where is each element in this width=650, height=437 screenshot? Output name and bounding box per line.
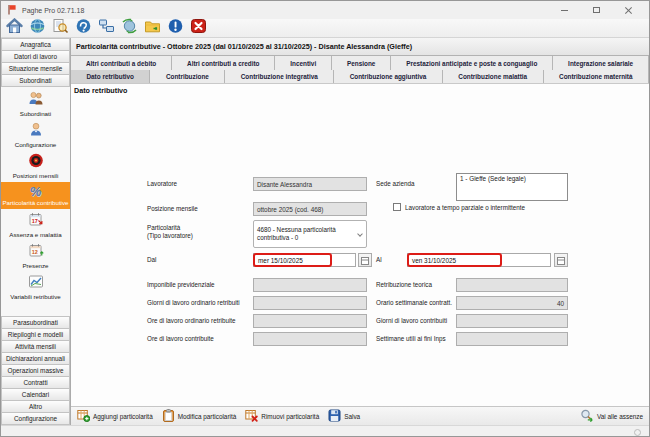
al-label: Al [376,256,382,263]
tab-pensione[interactable]: Pensione [332,56,391,70]
modifica-particolarita-button[interactable]: Modifica particolarità [162,409,237,423]
sidebar-section-subordinati[interactable]: Subordinati [1,74,70,87]
sidebar-item-posizioni-mensili[interactable]: Posizioni mensili [1,151,70,181]
sidebar: Anagrafica Datori di lavoro Situazione m… [1,38,71,425]
salva-button[interactable]: Salva [328,409,360,423]
imponibile-previdenziale-field [253,278,367,292]
retribuzione-teorica-field [456,278,568,292]
tab-contribuzione-maternita[interactable]: Contribuzione maternità [544,70,649,83]
rimuovi-particolarita-button[interactable]: Rimuovi particolarità [245,409,319,423]
dal-label: Dal [147,256,156,263]
globe-button[interactable] [28,20,47,37]
orario-settimanale-field: 40 [456,296,568,310]
folder-export-icon [144,18,161,38]
search-document-icon [52,18,69,38]
flag-icon [7,1,17,19]
sync-button[interactable] [120,20,139,37]
dal-calendar-button[interactable] [358,253,372,267]
help-globe-icon [75,18,92,38]
particolarita-select[interactable]: 4680 - Nessuna particolarità contributiv… [253,220,367,248]
info-icon [167,18,184,38]
person-icon [28,122,44,141]
calendar-absence-icon: 17 [28,212,44,231]
settimane-inps-label: Settimane utili ai fini Inps [376,335,446,342]
tab-altri-contributi-a-credito[interactable]: Altri contributi a credito [172,56,275,70]
aggiungi-particolarita-button[interactable]: Aggiungi particolarità [77,409,153,423]
orario-settimanale-label: Orario settimanale contratt. [376,299,452,306]
al-input[interactable]: ven 31/10/2025 [407,253,551,267]
folder-button[interactable] [143,20,162,37]
posizione-mensile-field: ottobre 2025 (cod. 468) [253,202,367,216]
home-button[interactable] [5,20,24,37]
giorni-lavoro-ordinario-field [253,296,367,310]
statusbar [1,425,649,437]
sidebar-item-variabili-retributive[interactable]: Variabili retributive [1,272,70,302]
sidebar-item-assenza-e-malattia[interactable]: 17 Assenza e malattia [1,210,70,240]
ore-lavoro-ordinario-field [253,314,367,328]
sede-azienda-label: Sede azienda [376,180,415,187]
action-bar: Aggiungi particolarità Modifica particol… [71,406,649,425]
retribuzione-teorica-label: Retribuzione teorica [376,281,432,288]
percent-icon: % [30,184,42,199]
giorni-lavoro-ordinario-label: Giorni di lavoro ordinario retribuiti [147,299,240,306]
info-button[interactable] [166,20,185,37]
help-button[interactable] [74,20,93,37]
tab-contribuzione[interactable]: Contribuzione [150,70,225,83]
sidebar-item-configurazione[interactable]: Configurazione [1,120,70,150]
calendar-picker-icon [361,251,369,269]
ore-lavoro-contribuite-field [253,332,367,346]
tab-contribuzione-aggiuntiva[interactable]: Contribuzione aggiuntiva [334,70,443,83]
people-icon [28,91,44,110]
calendar-presence-icon: 12 [28,243,44,262]
add-table-icon [77,409,90,423]
giorni-lavoro-contribuiti-field [456,314,568,328]
maximize-button[interactable] [589,4,603,16]
titlebar: Paghe Pro 02.71.18 [1,1,649,19]
tab-strip-row1: Altri contributi a debito Altri contribu… [71,56,649,70]
tab-altri-contributi-a-debito[interactable]: Altri contributi a debito [71,56,172,70]
vai-alle-assenze-button[interactable]: Vai alle assenze [580,409,643,423]
network-icon [98,18,115,38]
tab-prestazioni-anticipate[interactable]: Prestazioni anticipate e poste a conguag… [391,56,553,70]
particolarita-label-line2: (Tipo lavoratore) [147,232,193,239]
lavoratore-label: Lavoratore [147,180,177,187]
search-button[interactable] [51,20,70,37]
chart-icon [28,274,44,293]
minimize-button[interactable] [557,4,571,16]
sidebar-icon-panel: Subordinati Configurazione Posizioni men… [1,87,70,317]
al-calendar-button[interactable] [554,253,568,267]
status-circle-icon [634,429,641,436]
tab-strip-row2: Dato retributivo Contribuzione Contribuz… [71,70,649,84]
close-button[interactable] [621,4,635,16]
sede-azienda-box[interactable]: 1 - Gieffe (Sede legale) [456,173,568,201]
svg-text:17: 17 [31,217,37,223]
app-window: Paghe Pro 02.71.18 Anagrafica Datori di … [0,0,650,437]
sync-globe-icon [121,18,138,38]
chevron-down-icon [357,231,363,237]
tab-incentivi[interactable]: Incentivi [275,56,332,70]
sidebar-item-subordinati[interactable]: Subordinati [1,89,70,119]
remove-table-icon [245,409,258,423]
sidebar-item-presenze[interactable]: 12 Presenze [1,241,70,271]
lavoratore-field: Disante Alessandra [253,177,367,191]
tab-contribuzione-malattia[interactable]: Contribuzione malattia [443,70,544,83]
exit-button[interactable] [189,20,208,37]
sidebar-section-configurazione[interactable]: Configurazione [1,412,70,425]
tab-dato-retributivo[interactable]: Dato retributivo [71,70,150,83]
network-button[interactable] [97,20,116,37]
window-title: Paghe Pro 02.71.18 [22,7,84,14]
target-icon [28,153,44,172]
exit-icon [190,18,207,38]
giorni-lavoro-contribuiti-label: Giorni di lavoro contribuiti [376,317,447,324]
home-icon [6,18,23,38]
dal-input[interactable]: mer 15/10/2025 [253,253,356,267]
dato-retributivo-form: Dato retributivo Lavoratore Disante Ales… [71,84,649,406]
save-floppy-icon [328,409,341,423]
part-time-checkbox[interactable] [393,203,401,211]
tab-contribuzione-integrativa[interactable]: Contribuzione integrativa [225,70,334,83]
ore-lavoro-ordinario-label: Ore di lavoro ordinario retribuite [147,317,236,324]
sidebar-item-particolarita-contributive[interactable]: % Particolarità contributive [1,182,70,208]
particolarita-label-line1: Particolarità [147,224,180,231]
tab-integrazione-salariale[interactable]: Integrazione salariale [553,56,649,70]
panel-title: Particolarità contributive - Ottobre 202… [71,38,649,56]
